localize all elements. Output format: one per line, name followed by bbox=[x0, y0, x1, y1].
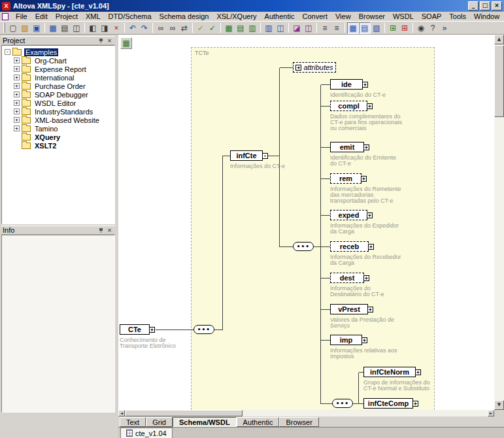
horizontal-scrollbar[interactable]: ◄ ► bbox=[118, 410, 494, 416]
undo-icon[interactable]: ↶ bbox=[127, 22, 139, 34]
document-icon[interactable] bbox=[2, 13, 8, 20]
menu-soap[interactable]: SOAP bbox=[418, 12, 446, 21]
expand-icon[interactable]: + bbox=[367, 212, 373, 218]
expand-icon[interactable]: + bbox=[361, 337, 367, 343]
check-well-formed-icon[interactable]: ✓ bbox=[195, 22, 207, 34]
indent-icon[interactable]: ≡ bbox=[319, 22, 331, 34]
redo-icon[interactable]: ↷ bbox=[139, 22, 150, 34]
menu-authentic[interactable]: Authentic bbox=[261, 12, 299, 21]
import-database-icon[interactable]: ◪ bbox=[291, 22, 303, 34]
expand-icon[interactable]: + bbox=[412, 401, 418, 407]
word-wrap-icon[interactable]: ≡ bbox=[331, 22, 343, 34]
document-tab-cte[interactable]: cte_v1.04 bbox=[120, 428, 173, 438]
tree-item-org-chart[interactable]: + Org-Chart bbox=[2, 56, 114, 65]
menu-browser[interactable]: Browser bbox=[355, 12, 389, 21]
help-icon[interactable]: ? bbox=[427, 22, 439, 34]
tree-item-wsdl-editor[interactable]: + WSDL Editor bbox=[2, 99, 114, 107]
expand-icon[interactable]: + bbox=[14, 75, 20, 80]
element-cte[interactable]: CTe + bbox=[120, 324, 150, 335]
pin-icon[interactable] bbox=[97, 37, 105, 44]
menu-file[interactable]: File bbox=[12, 12, 31, 21]
tree-item-industrystandards[interactable]: + IndustryStandards bbox=[2, 107, 114, 116]
tab-grid[interactable]: Grid bbox=[146, 417, 173, 427]
show-globals-button[interactable]: ▦ bbox=[120, 37, 132, 49]
grid-view-icon[interactable]: ▦ bbox=[223, 22, 235, 34]
vertical-scrollbar[interactable]: ▲ ▼ bbox=[494, 35, 504, 410]
expand-icon[interactable]: + bbox=[361, 176, 367, 182]
scroll-up-icon[interactable]: ▲ bbox=[494, 35, 504, 44]
validate-icon[interactable]: ✓ bbox=[207, 22, 218, 34]
export-database-icon[interactable]: ◫ bbox=[303, 22, 314, 34]
element-emit[interactable]: emit + bbox=[330, 142, 364, 152]
scroll-down-icon[interactable]: ▼ bbox=[494, 400, 504, 410]
element-vprest[interactable]: vPrest + bbox=[330, 304, 368, 314]
sequence-connector[interactable]: ••• bbox=[193, 325, 214, 334]
menu-dtd-schema[interactable]: DTD/Schema bbox=[105, 12, 156, 21]
insert-element-icon[interactable]: ⊞ bbox=[387, 22, 399, 34]
minimize-icon[interactable]: _ bbox=[468, 1, 479, 10]
tree-item-xquery[interactable]: XQuery bbox=[2, 133, 114, 141]
menu-view[interactable]: View bbox=[331, 12, 355, 21]
copy-icon[interactable]: ◧ bbox=[87, 22, 99, 34]
expand-icon[interactable]: + bbox=[363, 144, 369, 150]
expand-icon[interactable]: + bbox=[367, 307, 373, 312]
delete-icon[interactable]: × bbox=[110, 22, 122, 34]
replace-icon[interactable]: ⇄ bbox=[178, 22, 190, 34]
print-icon[interactable]: ▤ bbox=[59, 22, 71, 34]
find-next-icon[interactable]: ∞ bbox=[167, 22, 178, 34]
element-infctenorm[interactable]: infCteNorm + bbox=[363, 367, 416, 377]
expand-icon[interactable]: + bbox=[415, 369, 421, 375]
close-panel-icon[interactable]: × bbox=[105, 37, 114, 44]
tree-item-tamino[interactable]: + Tamino bbox=[2, 124, 114, 133]
element-exped[interactable]: exped + bbox=[330, 210, 367, 220]
expand-icon[interactable]: + bbox=[363, 275, 369, 281]
tree-item-xslt2[interactable]: XSLT2 bbox=[2, 141, 114, 150]
expand-icon[interactable]: + bbox=[14, 58, 20, 63]
menu-schema-design[interactable]: Schema design bbox=[156, 12, 213, 21]
expand-icon[interactable]: + bbox=[14, 109, 20, 114]
paste-icon[interactable]: ◨ bbox=[99, 22, 110, 34]
element-compl[interactable]: compl + bbox=[330, 101, 367, 111]
expand-icon[interactable]: + bbox=[368, 244, 374, 250]
schema-design-view-icon[interactable]: ▦ bbox=[347, 22, 359, 34]
element-rem[interactable]: rem + bbox=[330, 173, 361, 184]
text-view-icon[interactable]: ▥ bbox=[263, 22, 275, 34]
generate-code-icon[interactable]: ▧ bbox=[371, 22, 382, 34]
horizontal-scroll-thumb[interactable] bbox=[125, 410, 243, 416]
tree-item-purchase-order[interactable]: + Purchase Order bbox=[2, 82, 114, 90]
menu-edit[interactable]: Edit bbox=[31, 12, 52, 21]
open-file-icon[interactable]: ▧ bbox=[19, 22, 31, 34]
element-imp[interactable]: imp + bbox=[330, 335, 362, 345]
element-ide[interactable]: ide + bbox=[330, 79, 363, 90]
menu-window[interactable]: Window bbox=[470, 12, 503, 21]
expand-icon[interactable]: + bbox=[14, 92, 20, 97]
expand-children-icon[interactable]: ▥ bbox=[246, 22, 258, 34]
schema-display-config-icon[interactable]: ▤ bbox=[359, 22, 371, 34]
save-file-icon[interactable]: ▣ bbox=[31, 22, 42, 34]
tab-authentic[interactable]: Authentic bbox=[237, 417, 280, 427]
tree-item-xml-based-website[interactable]: + XML-based Website bbox=[2, 116, 114, 124]
tab-browser[interactable]: Browser bbox=[279, 417, 318, 427]
expand-icon[interactable]: + bbox=[149, 327, 155, 333]
scroll-right-icon[interactable]: ► bbox=[488, 410, 494, 416]
sequence-connector[interactable]: ••• bbox=[293, 242, 314, 251]
tree-item-international[interactable]: + International bbox=[2, 73, 114, 82]
expand-icon[interactable]: + bbox=[362, 82, 368, 88]
expand-icon[interactable]: + bbox=[14, 83, 20, 89]
maximize-icon[interactable]: □ bbox=[480, 1, 490, 10]
choice-connector[interactable]: ••• bbox=[332, 399, 353, 408]
pin-icon[interactable] bbox=[97, 226, 105, 234]
collapse-icon[interactable]: - bbox=[262, 153, 268, 159]
vertical-scroll-thumb[interactable] bbox=[494, 45, 504, 117]
close-panel-icon[interactable]: × bbox=[105, 226, 114, 234]
element-infctecomp[interactable]: infCteComp + bbox=[363, 398, 413, 409]
element-receb[interactable]: receb + bbox=[330, 241, 369, 252]
menu-xml[interactable]: XML bbox=[82, 12, 105, 21]
menu-convert[interactable]: Convert bbox=[298, 12, 331, 21]
expand-icon[interactable]: + bbox=[367, 103, 373, 109]
collapse-icon[interactable]: - bbox=[5, 49, 10, 55]
tree-item-expense-report[interactable]: + Expense Report bbox=[2, 65, 114, 73]
toolbar-overflow-icon[interactable]: » bbox=[439, 22, 450, 34]
expand-icon[interactable]: + bbox=[14, 100, 20, 106]
find-icon[interactable]: ∞ bbox=[155, 22, 167, 34]
